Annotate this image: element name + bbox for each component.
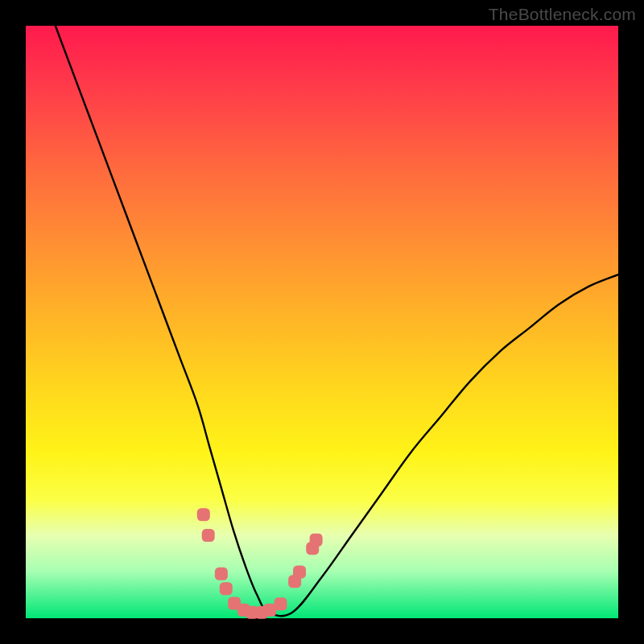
data-dot [202, 529, 215, 542]
bottleneck-curve-path [56, 26, 618, 616]
plot-area [26, 26, 618, 618]
data-dot [310, 534, 323, 547]
data-dot [220, 582, 233, 595]
data-dot [293, 566, 306, 579]
curve-svg [26, 26, 618, 618]
chart-frame: TheBottleneck.com [0, 0, 644, 644]
bottleneck-curve [56, 26, 618, 616]
watermark-text: TheBottleneck.com [489, 5, 636, 24]
data-dot [274, 597, 287, 610]
data-dot [215, 568, 228, 580]
data-dot [197, 508, 210, 521]
